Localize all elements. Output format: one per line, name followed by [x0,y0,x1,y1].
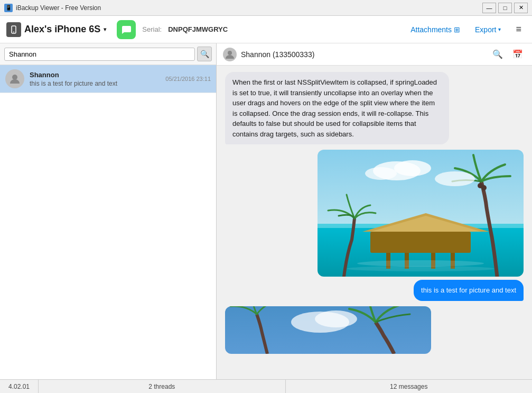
app-title: iBackup Viewer - Free Version [16,4,482,12]
chat-avatar [223,48,237,61]
svg-point-21 [347,266,494,271]
right-panel: Shannon (133500333) 🔍 📅 When the first o… [217,43,532,379]
chat-header-name: Shannon (133500333) [241,50,486,59]
messages-app-icon [117,20,136,39]
calendar-button[interactable]: 📅 [510,47,526,62]
search-bar: 🔍 [0,43,216,65]
serial-label: Serial: [142,25,162,33]
contact-date: 05/21/2016 23:11 [165,76,211,82]
svg-rect-7 [370,232,471,253]
export-label: Export [475,25,496,34]
toolbar: Alex's iPhone 6S ▾ Serial: DNPQFJMWGRYC … [0,16,532,43]
chat-messages: When the first or last NSSplitViewItem i… [217,66,532,379]
contact-list: Shannon this is a test for picture and t… [0,65,216,379]
chat-header: Shannon (133500333) 🔍 📅 [217,43,532,66]
window-controls: — □ ✕ [482,3,528,13]
serial-value: DNPQFJMWGRYC [168,25,228,33]
attachments-label: Attachments [410,25,452,34]
messages-label: 12 messages [390,383,427,390]
message-text-1: When the first or last NSSplitViewItem i… [232,78,437,138]
message-container-2: this is a test for picture and text [225,150,524,301]
message-container-3 [225,306,524,354]
close-button[interactable]: ✕ [514,3,528,13]
message-bubble-2: this is a test for picture and text [414,280,524,301]
main-content: 🔍 Shannon this is a test for picture and… [0,43,532,379]
search-messages-button[interactable]: 🔍 [490,47,506,62]
message-container-1: When the first or last NSSplitViewItem i… [225,72,524,144]
avatar [5,69,24,88]
svg-point-2 [12,75,17,80]
contact-preview: this is a test for picture and text [30,80,165,87]
message-text-2: this is a test for picture and text [421,286,516,294]
version-segment: 4.02.01 [0,380,39,393]
message-image-2[interactable] [225,306,431,354]
menu-button[interactable]: ≡ [511,22,526,37]
messages-segment: 12 messages [286,380,532,393]
svg-point-1 [13,31,14,32]
svg-point-19 [435,171,475,186]
svg-point-24 [315,310,357,327]
app-icon: 📱 [4,4,13,12]
statusbar: 4.02.01 2 threads 12 messages [0,379,532,393]
grid-icon: ⊞ [454,25,460,34]
svg-point-3 [228,51,232,55]
minimize-button[interactable]: — [482,3,496,13]
search-input[interactable] [4,48,195,61]
version-label: 4.02.01 [8,383,30,390]
svg-point-17 [394,160,431,176]
device-selector[interactable]: Alex's iPhone 6S ▾ [6,22,106,37]
contact-item[interactable]: Shannon this is a test for picture and t… [0,65,216,93]
svg-point-18 [365,167,397,180]
left-panel: 🔍 Shannon this is a test for picture and… [0,43,217,379]
phone-icon [6,22,21,37]
svg-point-15 [481,185,487,190]
export-dropdown-arrow: ▾ [498,26,501,32]
titlebar: 📱 iBackup Viewer - Free Version — □ ✕ [0,0,532,16]
attachments-button[interactable]: Attachments ⊞ [406,23,464,36]
maximize-button[interactable]: □ [498,3,512,13]
device-name-label: Alex's iPhone 6S [24,24,100,35]
message-bubble-1: When the first or last NSSplitViewItem i… [225,72,449,144]
threads-label: 2 threads [148,383,175,390]
svg-point-20 [357,260,484,267]
device-dropdown-arrow: ▾ [104,26,106,32]
search-button[interactable]: 🔍 [197,47,212,61]
threads-segment: 2 threads [39,380,285,393]
contact-info: Shannon this is a test for picture and t… [30,71,165,87]
contact-name: Shannon [30,71,165,79]
export-button[interactable]: Export ▾ [471,23,505,36]
message-image-1[interactable] [318,150,524,277]
